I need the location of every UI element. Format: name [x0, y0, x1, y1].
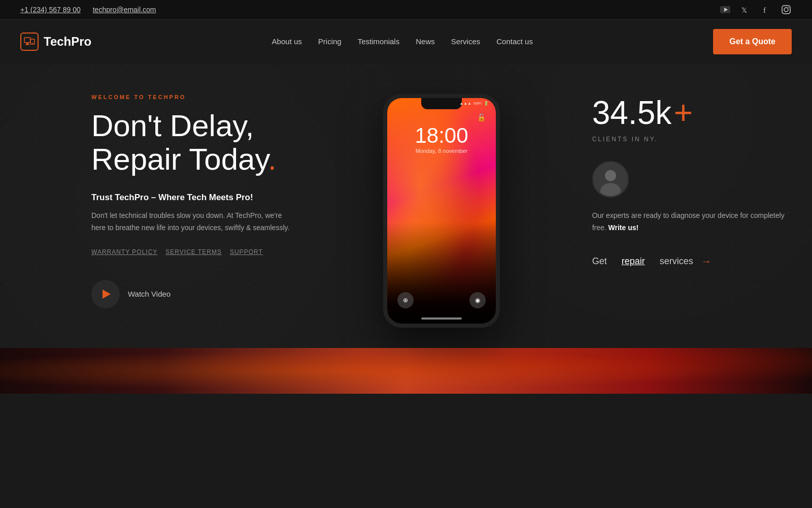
nav-services[interactable]: Services	[451, 37, 481, 46]
phone-time: 18:00	[387, 123, 496, 148]
expert-text: Our experts are ready to diagnose your d…	[592, 210, 792, 234]
write-us-link[interactable]: Write us!	[608, 224, 639, 232]
hero-policy-links: WARRANTY POLICY SERVICE TERMS SUPPORT	[91, 248, 311, 256]
nav-about[interactable]: About us	[272, 37, 302, 46]
hero-section: WELCOME TO TECHPRO Don't Delay, Repair T…	[0, 64, 812, 348]
svg-point-11	[32, 43, 33, 44]
hero-title: Don't Delay, Repair Today.	[91, 109, 311, 176]
service-terms-link[interactable]: SERVICE TERMS	[165, 248, 222, 256]
repair-arrow-icon[interactable]: →	[699, 255, 714, 269]
svg-point-5	[784, 8, 788, 12]
svg-point-6	[788, 7, 789, 8]
bottom-image-strip	[0, 348, 812, 394]
welcome-label: WELCOME TO TECHPRO	[91, 94, 311, 100]
phone-camera-icon: ◉	[469, 292, 486, 308]
stat-label: CLIENTS IN NY.	[592, 136, 792, 143]
logo[interactable]: TechPro	[20, 33, 91, 51]
svg-text:f: f	[763, 6, 766, 14]
repair-text: repair	[622, 256, 645, 267]
nav-contact[interactable]: Contact us	[496, 37, 533, 46]
support-link[interactable]: SUPPORT	[230, 248, 263, 256]
phone-flashlight-icon: ⊕	[397, 292, 414, 308]
svg-text:𝕏: 𝕏	[741, 7, 747, 14]
get-quote-button[interactable]: Get a Quote	[713, 29, 792, 54]
phone-date: Monday, 8 november	[387, 148, 496, 154]
phone-bottom-bar	[387, 318, 496, 320]
nav-testimonials[interactable]: Testimonials	[358, 37, 400, 46]
watch-video: Watch Video	[91, 280, 311, 308]
svg-rect-8	[26, 43, 28, 44]
nav-links: About us Pricing Testimonials News Servi…	[272, 37, 533, 46]
top-bar: +1 (234) 567 89 00 techpro@email.com 𝕏 f	[0, 0, 812, 20]
youtube-icon[interactable]	[720, 4, 731, 15]
logo-text: TechPro	[44, 35, 91, 49]
email-link[interactable]: techpro@email.com	[93, 6, 156, 14]
stat-number: 34.5k	[592, 94, 672, 131]
warranty-policy-link[interactable]: WARRANTY POLICY	[91, 248, 157, 256]
svg-point-13	[605, 170, 616, 181]
get-text: Get	[592, 256, 607, 267]
nav-pricing[interactable]: Pricing	[318, 37, 342, 46]
hero-phone: ▲▲▲ WiFi 🔋 🔓 18:00 Monday, 8 november ⊕ …	[331, 94, 551, 328]
avatar	[592, 161, 629, 198]
twitter-icon[interactable]: 𝕏	[740, 4, 751, 15]
phone-mockup: ▲▲▲ WiFi 🔋 🔓 18:00 Monday, 8 november ⊕ …	[383, 94, 500, 328]
phone-lock-icon: 🔓	[477, 113, 486, 121]
play-button[interactable]	[91, 280, 120, 308]
phone-home-indicator	[421, 318, 462, 320]
hero-right: 34.5k + CLIENTS IN NY. Our experts are r…	[572, 94, 792, 269]
hero-description: Don't let technical troubles slow you do…	[91, 210, 294, 234]
navbar: TechPro About us Pricing Testimonials Ne…	[0, 20, 812, 64]
hero-left: WELCOME TO TECHPRO Don't Delay, Repair T…	[91, 94, 311, 308]
svg-rect-4	[782, 6, 790, 14]
expert-row	[592, 161, 792, 198]
svg-rect-7	[24, 38, 30, 43]
instagram-icon[interactable]	[781, 4, 792, 15]
phone-camera-icons: ⊕ ◉	[387, 292, 496, 308]
facebook-icon[interactable]: f	[760, 4, 771, 15]
services-text: services	[660, 256, 693, 267]
repair-link: Get repair services →	[592, 255, 792, 269]
phone-status-bar: ▲▲▲ WiFi 🔋	[394, 101, 489, 106]
social-links: 𝕏 f	[720, 4, 792, 15]
phone-screen: ▲▲▲ WiFi 🔋 🔓 18:00 Monday, 8 november ⊕ …	[387, 98, 496, 324]
top-bar-left: +1 (234) 567 89 00 techpro@email.com	[20, 6, 156, 14]
hero-subtitle: Trust TechPro – Where Tech Meets Pro!	[91, 193, 311, 203]
phone-time-display: 18:00 Monday, 8 november	[387, 123, 496, 154]
logo-icon	[20, 33, 39, 51]
nav-news[interactable]: News	[416, 37, 435, 46]
stat-display: 34.5k +	[592, 94, 792, 132]
watch-label: Watch Video	[128, 290, 171, 298]
stat-plus: +	[674, 94, 693, 131]
svg-rect-9	[25, 44, 29, 45]
phone-link[interactable]: +1 (234) 567 89 00	[20, 6, 81, 14]
